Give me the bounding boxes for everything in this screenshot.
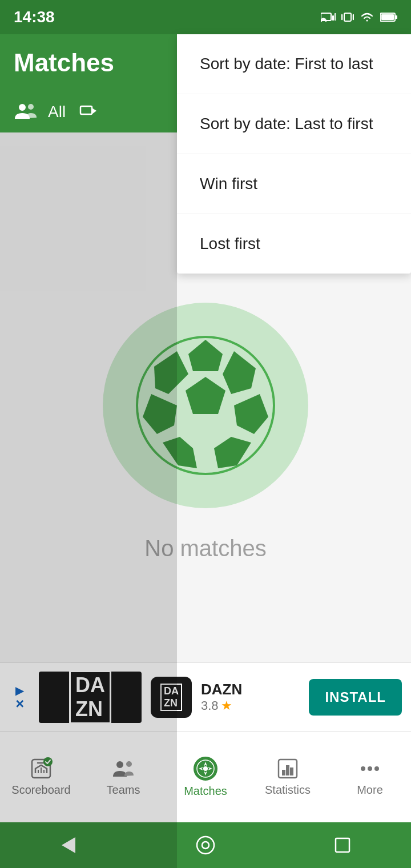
battery-icon (380, 12, 397, 22)
dropdown-item-lost-first[interactable]: Lost first (177, 214, 411, 274)
svg-rect-1 (332, 15, 334, 21)
cast-icon (321, 11, 336, 23)
ad-install-button[interactable]: INSTALL (309, 679, 402, 716)
more-icon (358, 757, 381, 780)
dropdown-item-win-first[interactable]: Win first (177, 154, 411, 214)
svg-point-37 (203, 766, 208, 771)
ad-star-icon: ★ (221, 698, 232, 713)
dropdown-menu: Sort by date: First to last Sort by date… (177, 34, 411, 274)
status-time: 14:38 (14, 8, 55, 26)
nav-label-statistics: Statistics (265, 783, 311, 797)
vibrate-icon (341, 11, 354, 23)
overlay-backdrop[interactable] (0, 132, 177, 868)
matches-icon (193, 756, 218, 781)
filter-all-label: All (48, 103, 66, 121)
svg-rect-39 (282, 770, 285, 775)
nav-label-matches: Matches (184, 785, 227, 798)
svg-rect-8 (395, 15, 397, 19)
svg-point-46 (197, 837, 214, 854)
svg-rect-3 (344, 13, 351, 21)
nav-label-more: More (357, 783, 383, 797)
recents-button[interactable] (332, 835, 353, 855)
ad-rating-value: 3.8 (201, 698, 219, 713)
nav-item-statistics[interactable]: Statistics (247, 757, 329, 797)
svg-point-44 (374, 766, 379, 771)
home-button[interactable] (195, 835, 216, 855)
svg-rect-41 (290, 767, 293, 775)
wifi-icon (360, 11, 374, 23)
svg-rect-40 (286, 765, 289, 775)
svg-rect-16 (80, 106, 92, 114)
ad-rating: 3.8 ★ (201, 698, 242, 713)
status-icons (321, 11, 397, 23)
ad-title-rating: DAZN 3.8 ★ (201, 681, 242, 713)
svg-rect-7 (381, 14, 394, 20)
nav-item-more[interactable]: More (329, 757, 411, 797)
statistics-icon (276, 757, 299, 780)
svg-point-15 (28, 104, 34, 110)
people-icon (14, 102, 39, 122)
status-bar: 14:38 (0, 0, 411, 34)
dropdown-item-sort-first-to-last[interactable]: Sort by date: First to last (177, 34, 411, 94)
ad-app-name: DAZN (201, 681, 242, 698)
svg-rect-48 (336, 838, 349, 852)
svg-point-14 (19, 104, 26, 111)
dropdown-item-sort-last-to-first[interactable]: Sort by date: Last to first (177, 94, 411, 154)
svg-point-47 (202, 842, 209, 849)
page-title: Matches (14, 49, 114, 77)
header-left: Matches (14, 49, 114, 77)
svg-point-42 (361, 766, 365, 771)
tag-icon[interactable] (79, 102, 100, 122)
svg-marker-17 (92, 108, 96, 114)
svg-point-43 (368, 766, 372, 771)
svg-rect-2 (335, 13, 336, 21)
